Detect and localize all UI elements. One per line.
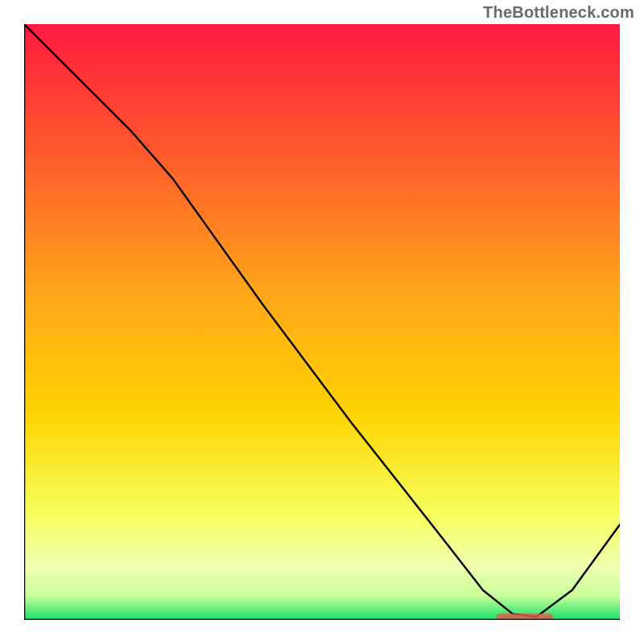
plot-area xyxy=(24,24,620,620)
chart-svg xyxy=(24,24,620,620)
chart-frame: TheBottleneck.com xyxy=(0,0,644,644)
watermark-text: TheBottleneck.com xyxy=(483,3,634,22)
